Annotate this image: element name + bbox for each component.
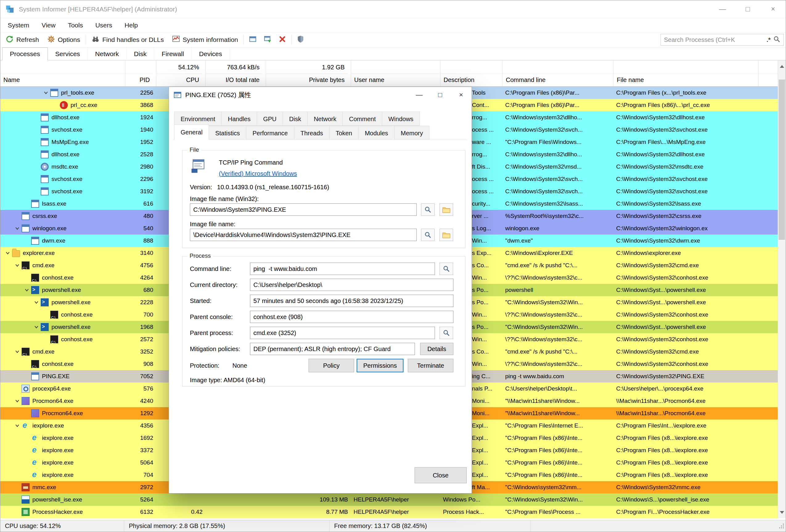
tab-token[interactable]: Token <box>329 126 359 140</box>
find-handles-button[interactable]: Find handles or DLLs <box>88 32 168 47</box>
scroll-down-icon[interactable] <box>778 507 786 517</box>
tab-performance[interactable]: Performance <box>246 126 294 140</box>
started-field[interactable] <box>250 295 454 307</box>
options-button[interactable]: Options <box>43 32 84 47</box>
always-on-top-button[interactable] <box>245 32 260 47</box>
verified-signer-link[interactable]: (Verified) Microsoft Windows <box>219 170 297 177</box>
tab-environment[interactable]: Environment <box>174 112 222 126</box>
resize-grip-icon[interactable] <box>779 523 784 530</box>
chevron-down-icon[interactable] <box>42 89 50 96</box>
menu-tools[interactable]: Tools <box>62 22 89 29</box>
native-image-field[interactable] <box>190 229 417 241</box>
pid-cell: 4264 <box>125 272 156 284</box>
dialog-minimize-button[interactable]: — <box>409 87 430 103</box>
chevron-down-icon[interactable] <box>32 324 41 330</box>
close-button[interactable]: × <box>760 0 786 18</box>
mitigation-field[interactable] <box>250 343 415 355</box>
process-name: iexplore.exe <box>42 457 73 469</box>
column-header-name[interactable]: Name <box>0 61 125 86</box>
tab-network[interactable]: Network <box>88 47 127 60</box>
dialog-maximize-button[interactable]: □ <box>430 87 450 103</box>
name-cell: explorer.exe <box>0 247 125 259</box>
tab-gpu[interactable]: GPU <box>257 112 283 126</box>
chevron-down-icon[interactable] <box>3 250 12 256</box>
process-name: Procmon64.exe <box>42 407 83 419</box>
column-header-cmd[interactable]: Command line <box>503 61 614 86</box>
policy-button[interactable]: Policy <box>308 359 354 372</box>
tab-network[interactable]: Network <box>307 112 343 126</box>
tab-disk[interactable]: Disk <box>127 47 155 60</box>
command-line-field[interactable] <box>250 262 435 275</box>
chevron-down-icon[interactable] <box>32 299 41 306</box>
column-header-pid[interactable]: PID <box>125 61 156 86</box>
refresh-button[interactable]: Refresh <box>2 32 43 47</box>
name-cell: conhost.exe <box>0 272 125 284</box>
column-header-private[interactable]: 1.92 GBPrivate bytes <box>266 61 351 86</box>
parent-process-field[interactable] <box>250 327 435 339</box>
chevron-down-icon[interactable] <box>13 422 22 429</box>
ps-icon <box>41 298 49 306</box>
chevron-down-icon[interactable] <box>13 225 22 232</box>
tab-windows[interactable]: Windows <box>382 112 420 126</box>
pid-cell: 2296 <box>125 173 156 185</box>
process-row[interactable]: powershell_ise.exe5264109.13 MBHELPER4A5… <box>0 493 778 506</box>
dialog-close-button[interactable]: Close <box>415 467 467 483</box>
pid-cell: 1924 <box>125 111 156 123</box>
tab-general[interactable]: General <box>174 124 209 140</box>
security-button[interactable] <box>293 32 308 47</box>
parent-console-field[interactable] <box>250 311 454 323</box>
tab-handles[interactable]: Handles <box>221 112 257 126</box>
column-header-io[interactable]: 763.64 kB/sI/O total rate <box>206 61 266 86</box>
procexp-icon <box>22 385 29 393</box>
menu-help[interactable]: Help <box>118 22 144 29</box>
win32-image-field[interactable] <box>190 203 417 216</box>
chevron-down-icon[interactable] <box>13 262 22 269</box>
scrollbar-thumb[interactable] <box>779 79 785 240</box>
column-header-file[interactable]: File name <box>614 61 759 86</box>
regex-icon[interactable]: .* <box>767 37 770 44</box>
maximize-button[interactable]: □ <box>735 0 760 18</box>
new-window-button[interactable] <box>260 32 275 47</box>
vertical-scrollbar[interactable] <box>778 61 786 518</box>
search-icon[interactable] <box>773 36 781 44</box>
tab-threads[interactable]: Threads <box>294 126 329 140</box>
tab-firewall[interactable]: Firewall <box>154 47 191 60</box>
open-folder-button[interactable] <box>440 203 453 216</box>
details-button[interactable]: Details <box>420 343 454 355</box>
dialog-close-icon[interactable]: × <box>450 87 471 103</box>
menu-users[interactable]: Users <box>89 22 118 29</box>
tab-processes[interactable]: Processes <box>2 47 48 61</box>
process-row[interactable]: ProcessHacker.exe61320.428.77 MBHELPER4A… <box>0 506 778 518</box>
inspect-native-button[interactable] <box>421 229 435 241</box>
tab-disk[interactable]: Disk <box>283 112 308 126</box>
tab-devices[interactable]: Devices <box>192 47 230 60</box>
chevron-down-icon[interactable] <box>23 287 31 294</box>
column-header-user[interactable]: User name <box>351 61 440 86</box>
menu-system[interactable]: System <box>2 22 36 29</box>
search-input[interactable] <box>664 37 764 44</box>
tab-memory[interactable]: Memory <box>394 126 430 140</box>
open-native-folder-button[interactable] <box>440 229 453 241</box>
tab-statistics[interactable]: Statistics <box>209 126 246 140</box>
chevron-down-icon[interactable] <box>13 348 22 355</box>
system-information-button[interactable]: System information <box>168 32 242 47</box>
inspect-command-line-button[interactable] <box>440 262 453 275</box>
column-header-desc[interactable]: Description <box>440 61 503 86</box>
current-directory-field[interactable] <box>250 279 454 291</box>
scroll-up-icon[interactable] <box>778 61 786 71</box>
menu-view[interactable]: View <box>36 22 62 29</box>
window-icon <box>249 35 257 44</box>
terminate-button[interactable]: Terminate <box>408 359 454 372</box>
file-name-cell: C:\Windows\System32\conhost.exe <box>614 333 759 346</box>
inspect-image-button[interactable] <box>421 203 435 216</box>
tab-services[interactable]: Services <box>48 47 88 60</box>
inspect-parent-button[interactable] <box>440 327 453 339</box>
column-header-cpu[interactable]: 54.12%CPU <box>156 61 206 86</box>
permissions-button[interactable]: Permissions <box>356 359 403 372</box>
tab-modules[interactable]: Modules <box>358 126 395 140</box>
prl-icon <box>60 101 68 109</box>
minimize-button[interactable]: — <box>710 0 735 18</box>
tab-comment[interactable]: Comment <box>343 112 382 126</box>
chevron-down-icon[interactable] <box>13 398 22 404</box>
terminate-process-button[interactable] <box>275 32 290 47</box>
